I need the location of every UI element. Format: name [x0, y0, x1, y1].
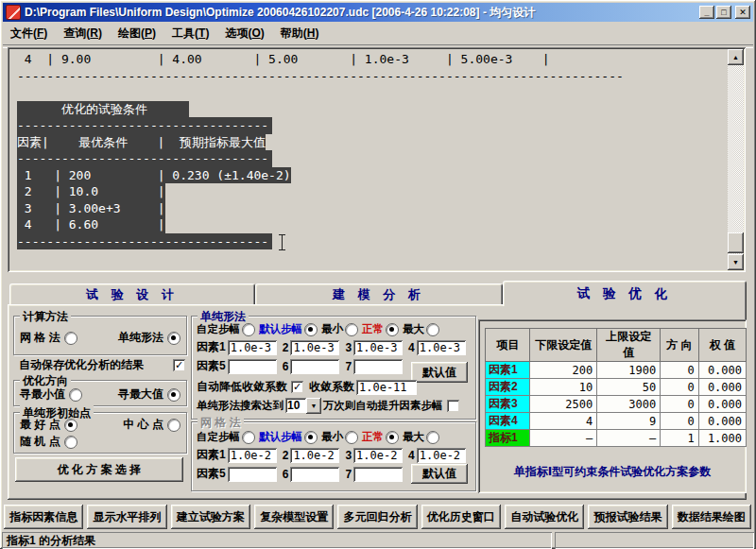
simplex-factor6-label: 6 — [283, 360, 289, 373]
optimization-output-panel[interactable]: 4 | 9.00 | 4.00 | 5.00 | 1.0e-3 | 5.00e-… — [8, 47, 746, 272]
output-line: 4 | 9.00 | 4.00 | 5.00 | 1.0e-3 | 5.00e-… — [17, 51, 723, 68]
menu-file[interactable]: 文件(F) — [10, 26, 47, 42]
grid-default-step-radio[interactable] — [304, 431, 318, 444]
factor2-upper[interactable]: 50 — [597, 379, 661, 396]
seek-max-radio[interactable] — [167, 388, 180, 402]
simplex-normal-radio[interactable] — [386, 323, 399, 336]
simplex-min-radio[interactable] — [345, 323, 358, 336]
target1-direction[interactable]: 1 — [661, 430, 698, 447]
row-label-target1: 指标1 — [486, 430, 530, 447]
factor3-lower[interactable]: 2500 — [530, 396, 597, 413]
search-limit-dropdown[interactable]: 10 ▼ — [285, 398, 321, 414]
scroll-down-icon[interactable]: ▼ — [728, 254, 744, 270]
simplex-custom-step-radio[interactable] — [242, 323, 255, 336]
factor1-upper[interactable]: 1900 — [597, 362, 661, 379]
scheme-caption: 单指标Ⅰ型可约束条件试验优化方案参数 — [478, 464, 747, 480]
random-point-radio[interactable] — [64, 436, 77, 449]
scrollbar-thumb[interactable] — [728, 232, 744, 253]
simplex-factor7-input[interactable] — [353, 359, 403, 374]
simplex-max-radio[interactable] — [426, 323, 439, 336]
btn-auto-experiment-optimization[interactable]: 自动试验优化 — [505, 505, 584, 529]
grid-custom-step-radio[interactable] — [242, 431, 255, 444]
grid-max-radio[interactable] — [426, 431, 439, 444]
btn-create-experiment-plan[interactable]: 建立试验方案 — [171, 505, 250, 529]
app-icon[interactable] — [6, 5, 21, 20]
tab-experiment-design[interactable]: 试 验 设 计 — [9, 283, 255, 306]
status-message: 指标1 的分析结果 — [2, 532, 552, 549]
grid-factor1-input[interactable]: 1.0e-2 — [228, 448, 277, 463]
close-button[interactable]: ✕ — [735, 6, 750, 19]
factor4-weight[interactable]: 0.000 — [698, 413, 746, 430]
autosave-row: 自动保存优化分析的结果 ✓ — [19, 357, 185, 373]
text-cursor — [278, 234, 286, 249]
simplex-factor1-input[interactable]: 1.0e-3 — [228, 340, 277, 355]
autosave-checkbox[interactable]: ✓ — [173, 359, 185, 371]
grid-factor6-input[interactable] — [290, 467, 339, 482]
btn-optimization-history-window[interactable]: 优化历史窗口 — [421, 505, 501, 529]
maximize-button[interactable]: □ — [716, 6, 731, 19]
factor1-lower[interactable]: 200 — [530, 362, 597, 379]
simplex-factor6-input[interactable] — [290, 359, 339, 374]
grid-factor5-input[interactable] — [228, 467, 277, 482]
btn-predict-experiment-results[interactable]: 预报试验结果 — [588, 505, 667, 529]
tab-modeling-analysis[interactable]: 建 模 分 析 — [255, 283, 503, 306]
factor1-direction[interactable]: 0 — [661, 362, 698, 379]
factor1-weight[interactable]: 0.000 — [698, 362, 746, 379]
factor4-direction[interactable]: 0 — [661, 413, 698, 430]
menu-tools[interactable]: 工具(T) — [172, 26, 209, 42]
scroll-up-icon[interactable]: ▲ — [728, 49, 744, 65]
simplex-factor2-input[interactable]: 1.0e-3 — [290, 340, 339, 355]
simplex-factor5-input[interactable] — [228, 359, 277, 374]
grid-method-radio[interactable] — [64, 332, 77, 345]
best-point-radio[interactable] — [64, 419, 77, 432]
btn-data-results-plot[interactable]: 数据结果绘图 — [672, 505, 751, 529]
minimize-button[interactable]: _ — [699, 6, 714, 19]
simplex-method-radio[interactable] — [167, 332, 180, 345]
factor4-upper[interactable]: 9 — [597, 413, 661, 430]
factor3-weight[interactable]: 0.000 — [698, 396, 746, 413]
grid-normal-radio[interactable] — [386, 431, 399, 444]
target1-upper[interactable]: – — [597, 430, 661, 447]
vertical-scrollbar[interactable]: ▲ ▼ — [728, 49, 744, 270]
btn-display-level-arrangement[interactable]: 显示水平排列 — [87, 505, 166, 529]
grid-default-values-button[interactable]: 默认值 — [411, 464, 468, 484]
simplex-default-step-radio[interactable] — [304, 323, 318, 336]
auto-raise-step-checkbox[interactable] — [447, 400, 459, 412]
target1-lower[interactable]: – — [530, 430, 597, 447]
menu-help[interactable]: 帮助(H) — [281, 26, 319, 42]
btn-multiple-regression-analysis[interactable]: 多元回归分析 — [337, 505, 417, 529]
menu-plot[interactable]: 绘图(P) — [118, 26, 156, 42]
row-label-factor2: 因素2 — [486, 379, 530, 396]
search-limit-value: 10 — [285, 398, 306, 413]
simplex-factor3-input[interactable]: 1.0e-3 — [353, 340, 403, 355]
output-line: 1 | 200 | 0.230 (±1.40e-2) — [17, 167, 723, 184]
factor2-direction[interactable]: 0 — [661, 379, 698, 396]
factor3-direction[interactable]: 0 — [661, 396, 698, 413]
convergence-input[interactable]: 1.0e-11 — [356, 380, 417, 395]
optimization-plan-button[interactable]: 优 化 方 案 选 择 — [15, 457, 183, 482]
grid-factor3-input[interactable]: 1.0e-2 — [353, 448, 403, 463]
factor2-lower[interactable]: 10 — [530, 379, 597, 396]
seek-min-radio[interactable] — [69, 388, 82, 402]
menu-query[interactable]: 查询(R) — [63, 26, 102, 42]
output-line: 3 | 3.00e+3 | — [17, 200, 723, 217]
target1-weight[interactable]: 1.000 — [698, 430, 746, 447]
output-line: 优化的试验条件 — [17, 101, 723, 118]
auto-reduce-checkbox[interactable]: ✓ — [291, 381, 303, 393]
dropdown-arrow-icon[interactable]: ▼ — [306, 398, 321, 414]
grid-factor7-input[interactable] — [353, 467, 403, 482]
grid-factor2-input[interactable]: 1.0e-2 — [290, 448, 339, 463]
btn-complex-model-settings[interactable]: 复杂模型设置 — [254, 505, 334, 529]
factor3-upper[interactable]: 3000 — [597, 396, 661, 413]
col-lower-limit: 下限设定值 — [530, 329, 597, 362]
tab-experiment-optimization[interactable]: 试 验 优 化 — [503, 281, 747, 306]
menu-options[interactable]: 选项(O) — [225, 26, 264, 42]
grid-factor4-input[interactable]: 1.0e-2 — [417, 448, 466, 463]
simplex-factor4-input[interactable]: 1.0e-3 — [417, 340, 466, 355]
factor4-lower[interactable]: 4 — [530, 413, 597, 430]
simplex-settings-group: 单纯形法 自定步幅 默认步幅 最小 正常 最大 因素1 1.0e-3 2 1.0… — [191, 316, 476, 420]
factor2-weight[interactable]: 0.000 — [698, 379, 746, 396]
center-point-radio[interactable] — [167, 419, 180, 432]
grid-min-radio[interactable] — [345, 431, 358, 444]
btn-indicator-factor-info[interactable]: 指标因素信息 — [4, 505, 83, 529]
